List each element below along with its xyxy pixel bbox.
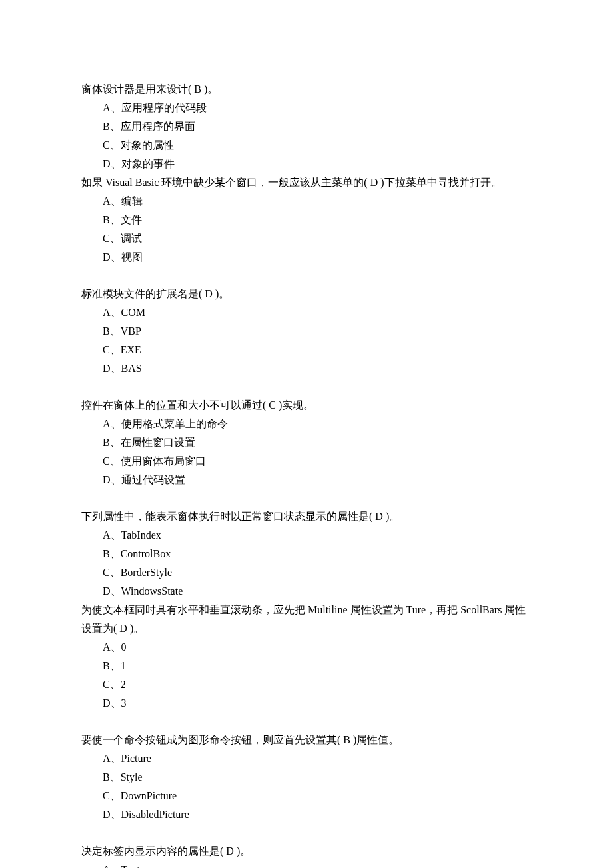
option: D、BAS	[81, 359, 533, 378]
spacer	[81, 713, 533, 731]
option: B、VBP	[81, 322, 533, 341]
question-block: 如果 Visual Basic 环境中缺少某个窗口，一般应该从主菜单的( D )…	[81, 173, 533, 267]
option: B、在属性窗口设置	[81, 433, 533, 452]
document-content: 窗体设计器是用来设计( B )。A、应用程序的代码段B、应用程序的界面C、对象的…	[81, 80, 533, 868]
question-text: 标准模块文件的扩展名是( D )。	[81, 285, 533, 303]
spacer	[81, 824, 533, 842]
option: B、应用程序的界面	[81, 117, 533, 136]
option: A、使用格式菜单上的命令	[81, 415, 533, 433]
question-text: 决定标签内显示内容的属性是( D )。	[81, 842, 533, 861]
option: C、EXE	[81, 341, 533, 359]
option: D、视图	[81, 248, 533, 267]
question-text: 下列属性中，能表示窗体执行时以正常窗口状态显示的属性是( D )。	[81, 507, 533, 526]
question-text: 如果 Visual Basic 环境中缺少某个窗口，一般应该从主菜单的( D )…	[81, 173, 533, 192]
option: B、文件	[81, 211, 533, 229]
option: A、Text	[81, 861, 533, 868]
option: C、2	[81, 675, 533, 694]
option: D、DisabledPicture	[81, 805, 533, 824]
question-block: 窗体设计器是用来设计( B )。A、应用程序的代码段B、应用程序的界面C、对象的…	[81, 80, 533, 173]
option: C、DownPicture	[81, 787, 533, 805]
option: B、Style	[81, 768, 533, 787]
option: D、对象的事件	[81, 155, 533, 173]
option: A、COM	[81, 303, 533, 322]
question-text: 控件在窗体上的位置和大小不可以通过( C )实现。	[81, 396, 533, 415]
option: A、编辑	[81, 192, 533, 211]
option: D、WindowsState	[81, 582, 533, 601]
question-block: 控件在窗体上的位置和大小不可以通过( C )实现。A、使用格式菜单上的命令B、在…	[81, 396, 533, 489]
option: A、0	[81, 638, 533, 657]
option: C、使用窗体布局窗口	[81, 452, 533, 471]
option: A、TabIndex	[81, 526, 533, 545]
question-text: 要使一个命令按钮成为图形命令按钮，则应首先设置其( B )属性值。	[81, 731, 533, 749]
spacer	[81, 378, 533, 396]
option: C、对象的属性	[81, 136, 533, 155]
option: C、BorderStyle	[81, 563, 533, 582]
option: C、调试	[81, 229, 533, 248]
question-block: 标准模块文件的扩展名是( D )。A、COMB、VBPC、EXED、BAS	[81, 285, 533, 378]
option: B、ControlBox	[81, 545, 533, 563]
question-block: 要使一个命令按钮成为图形命令按钮，则应首先设置其( B )属性值。A、Pictu…	[81, 731, 533, 824]
option: B、1	[81, 657, 533, 675]
question-block: 下列属性中，能表示窗体执行时以正常窗口状态显示的属性是( D )。A、TabIn…	[81, 507, 533, 601]
spacer	[81, 267, 533, 285]
option: A、应用程序的代码段	[81, 99, 533, 117]
option: D、通过代码设置	[81, 471, 533, 489]
spacer	[81, 489, 533, 507]
option: D、3	[81, 694, 533, 713]
question-text: 为使文本框同时具有水平和垂直滚动条，应先把 Multiline 属性设置为 Tu…	[81, 601, 533, 638]
question-block: 为使文本框同时具有水平和垂直滚动条，应先把 Multiline 属性设置为 Tu…	[81, 601, 533, 713]
question-text: 窗体设计器是用来设计( B )。	[81, 80, 533, 99]
option: A、Picture	[81, 749, 533, 768]
question-block: 决定标签内显示内容的属性是( D )。A、TextB、Name	[81, 842, 533, 868]
